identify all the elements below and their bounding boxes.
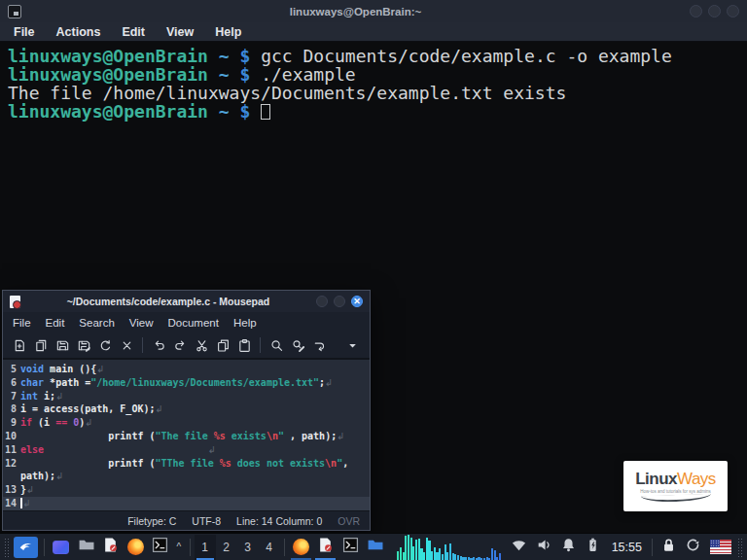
terminal-line: linuxways@OpenBrain ~ $ ./example	[8, 65, 739, 84]
menu-view[interactable]: View	[166, 25, 194, 39]
lock-screen-button[interactable]	[657, 536, 681, 559]
code-line[interactable]: 12 printf ("TThe file %s does not exists…	[3, 457, 370, 484]
terminal-launcher[interactable]	[148, 536, 172, 559]
redo-icon[interactable]	[169, 334, 191, 356]
code-line[interactable]: 10 printf ("The file %s exists\n" , path…	[3, 430, 370, 443]
code-line[interactable]: 9if (i == 0)↲	[3, 416, 370, 430]
taskbar-separator	[44, 539, 45, 556]
code-line-text: void main (){↲	[20, 363, 370, 376]
mousepad-titlebar[interactable]: ~/Documents/code/example.c - Mousepad ✕	[3, 291, 370, 312]
code-editor-area[interactable]: 5void main (){↲6char *path ="/home/linux…	[3, 359, 370, 510]
app-menu-button[interactable]	[14, 537, 38, 558]
mousepad-window-title: ~/Documents/code/example.c - Mousepad	[20, 296, 316, 307]
taskbar-window-files[interactable]	[363, 535, 387, 560]
save-as-icon[interactable]	[73, 334, 94, 356]
menu-help[interactable]: Help	[215, 25, 241, 39]
code-line-text: if (i == 0)↲	[20, 416, 370, 430]
menu-edit[interactable]: Edit	[46, 317, 65, 329]
open-document-icon[interactable]	[30, 334, 52, 356]
menu-search[interactable]: Search	[79, 317, 114, 329]
code-line-text: int i;↲	[20, 390, 370, 403]
mousepad-maximize-button[interactable]	[334, 296, 345, 307]
mousepad-close-button[interactable]: ✕	[351, 296, 363, 307]
code-line[interactable]: 11else ↲	[3, 443, 370, 457]
toolbar-separator	[260, 337, 261, 353]
battery-tray-button[interactable]	[581, 536, 605, 559]
mousepad-icon	[317, 537, 334, 557]
text-cursor	[20, 498, 22, 508]
menu-document[interactable]: Document	[168, 317, 219, 329]
reload-icon[interactable]	[94, 334, 116, 356]
terminal-window-title: linuxways@OpenBrain:~	[21, 6, 690, 18]
toolbar-separator	[142, 337, 143, 353]
menu-actions[interactable]: Actions	[56, 25, 101, 39]
code-line[interactable]: 6char *path ="/home/linuxways/Documents/…	[3, 376, 370, 390]
taskbar-window-firefox[interactable]	[289, 535, 313, 560]
taskbar-window-mousepad[interactable]	[313, 535, 338, 560]
terminal-icon	[342, 537, 359, 557]
launcher-expand-button[interactable]: ^	[172, 542, 186, 552]
battery-icon	[585, 537, 601, 557]
volume-tray-button[interactable]	[532, 536, 556, 559]
line-number: 5	[3, 363, 20, 376]
workspace-switcher: 1234	[195, 535, 280, 560]
code-line[interactable]: 5void main (){↲	[3, 363, 370, 376]
logout-icon	[685, 537, 701, 557]
taskbar-window-terminal[interactable]	[338, 535, 362, 560]
workspace-4[interactable]: 4	[259, 535, 280, 560]
kali-logo-icon	[18, 537, 34, 557]
menu-file[interactable]: File	[13, 317, 31, 329]
menu-view[interactable]: View	[129, 317, 154, 329]
code-line-text: char *path ="/home/linuxways/Documents/e…	[20, 376, 370, 390]
taskbar-separator	[190, 539, 191, 556]
code-line-text: printf ("The file %s exists\n" , path);↲	[20, 430, 370, 443]
code-line[interactable]: 13}↲	[3, 483, 370, 497]
status-overwrite-mode[interactable]: OVR	[338, 515, 360, 527]
menu-edit[interactable]: Edit	[122, 25, 145, 39]
terminal-maximize-button[interactable]	[708, 5, 721, 18]
menu-help[interactable]: Help	[233, 317, 257, 329]
code-line-text: }↲	[20, 483, 370, 497]
network-tray-button[interactable]	[507, 536, 531, 559]
terminal-titlebar[interactable]: linuxways@OpenBrain:~	[0, 0, 747, 22]
terminal-output-area[interactable]: linuxways@OpenBrain ~ $ gcc Documents/co…	[0, 42, 747, 125]
workspace-3[interactable]: 3	[237, 535, 259, 560]
panel-grip-left[interactable]	[4, 538, 10, 557]
panel-grip-right[interactable]	[737, 538, 743, 557]
mousepad-app-icon	[10, 296, 20, 308]
keyboard-layout-us-flag[interactable]	[710, 540, 731, 554]
line-number: 9	[3, 416, 20, 430]
close-file-icon[interactable]	[116, 334, 137, 356]
terminal-close-button[interactable]	[727, 5, 739, 18]
code-line[interactable]: 7int i;↲	[3, 390, 370, 403]
file-manager-launcher[interactable]	[74, 536, 98, 559]
find-replace-icon[interactable]	[287, 334, 308, 356]
undo-icon[interactable]	[148, 334, 169, 356]
code-line[interactable]: 14↲	[3, 497, 370, 510]
session-button[interactable]	[681, 536, 705, 559]
clock[interactable]: 15:55	[612, 541, 642, 554]
notifications-tray-button[interactable]	[556, 536, 581, 559]
mousepad-minimize-button[interactable]	[316, 296, 328, 307]
find-icon[interactable]	[266, 334, 287, 356]
text-editor-launcher[interactable]	[98, 536, 123, 559]
desktop-icon	[53, 541, 69, 554]
workspace-1[interactable]: 1	[195, 535, 216, 560]
code-line-text: i = access(path, F_OK);↲	[20, 402, 370, 416]
audio-visualizer	[397, 535, 501, 560]
terminal-minimize-button[interactable]	[690, 5, 702, 18]
toolbar-more-icon[interactable]	[342, 334, 364, 356]
blue-folder-icon	[367, 537, 383, 557]
code-line[interactable]: 8i = access(path, F_OK);↲	[3, 402, 370, 416]
go-to-icon[interactable]	[308, 334, 330, 356]
firefox-icon	[127, 539, 144, 555]
workspace-2[interactable]: 2	[216, 535, 237, 560]
new-document-icon[interactable]	[9, 334, 30, 356]
menu-file[interactable]: File	[14, 25, 35, 39]
paste-icon[interactable]	[233, 334, 255, 356]
save-icon[interactable]	[52, 334, 73, 356]
copy-icon[interactable]	[212, 334, 233, 356]
firefox-launcher[interactable]	[123, 536, 147, 559]
show-desktop-button[interactable]	[49, 536, 73, 559]
cut-icon[interactable]	[191, 334, 212, 356]
